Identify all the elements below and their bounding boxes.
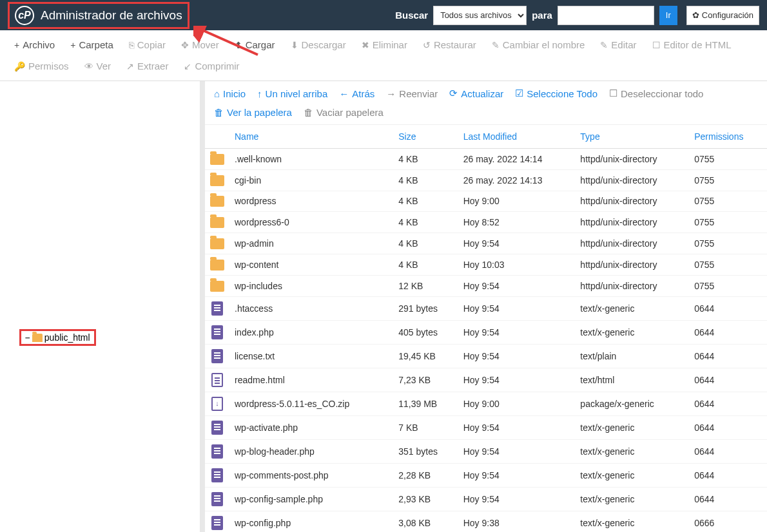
cell-size: 12 KB [393,275,458,296]
cell-name: wordpress6-0 [229,212,393,233]
cell-size: 2,93 KB [393,487,458,511]
cell-name: .well-known [229,149,393,170]
action-icon: 🗑 [304,107,313,118]
col-type[interactable]: Type [575,125,689,149]
action-vaciar-papelera[interactable]: 🗑Vaciar papelera [304,107,384,118]
folder-icon [210,260,224,271]
tree-node-public-html[interactable]: − public_html [19,329,96,346]
action-deseleccionar-todo[interactable]: ☐Deseleccionar todo [609,88,703,99]
action-icon: ☐ [609,88,617,99]
cell-modified: Hoy 9:54 [458,344,576,368]
cell-size: 4 KB [393,233,458,254]
table-row[interactable]: readme.html7,23 KBHoy 9:54text/html0644 [205,368,767,392]
table-row[interactable]: license.txt19,45 KBHoy 9:54text/plain064… [205,344,767,368]
tool-cargar[interactable]: ⬆Cargar [228,35,282,54]
table-row[interactable]: wordpress-5.0.11-es_CO.zip11,39 MBHoy 9:… [205,392,767,415]
cell-size: 4 KB [393,169,458,191]
cell-type: httpd/unix-directory [575,191,689,212]
cell-name: index.php [229,320,393,344]
cell-size: 3,08 KB [393,511,458,532]
cell-perms: 0644 [689,415,767,439]
action-seleccione-todo[interactable]: ☑Seleccione Todo [515,88,597,99]
table-row[interactable]: wp-comments-post.php2,28 KBHoy 9:54text/… [205,463,767,487]
table-row[interactable]: cgi-bin4 KB26 may. 2022 14:13httpd/unix-… [205,169,767,191]
cell-name: wp-config-sample.php [229,487,393,511]
table-row[interactable]: index.php405 bytesHoy 9:54text/x-generic… [205,320,767,344]
search-scope-select[interactable]: Todos sus archivos [433,6,527,25]
table-row[interactable]: wp-blog-header.php351 bytesHoy 9:54text/… [205,439,767,463]
tool-icon: ✎ [492,40,500,50]
folder-icon [210,217,224,228]
cell-perms: 0644 [689,344,767,368]
cpanel-logo-icon: cP [15,6,34,25]
top-bar: cP Administrador de archivos Buscar Todo… [0,0,767,30]
cell-type: text/x-generic [575,320,689,344]
tree-toggle-icon[interactable]: − [25,333,30,343]
gear-icon: ✿ [692,10,699,20]
search-go-button[interactable]: Ir [659,6,677,25]
cell-type: httpd/unix-directory [575,212,689,233]
cell-perms: 0755 [689,169,767,191]
table-row[interactable]: wp-admin4 KBHoy 9:54httpd/unix-directory… [205,233,767,254]
action-reenviar[interactable]: →Reenviar [386,88,438,99]
cell-perms: 0755 [689,233,767,254]
cell-name: wp-content [229,254,393,275]
table-row[interactable]: wordpress6-04 KBHoy 8:52httpd/unix-direc… [205,212,767,233]
tool-icon: ✥ [181,40,189,50]
cell-size: 19,45 KB [393,344,458,368]
cell-modified: Hoy 9:38 [458,511,576,532]
app-title-box: cP Administrador de archivos [8,2,189,29]
table-row[interactable]: wp-includes12 KBHoy 9:54httpd/unix-direc… [205,275,767,296]
table-row[interactable]: wp-config-sample.php2,93 KBHoy 9:54text/… [205,487,767,511]
action-icon: ⌂ [214,88,220,99]
table-row[interactable]: .htaccess291 bytesHoy 9:54text/x-generic… [205,296,767,320]
cell-type: package/x-generic [575,392,689,415]
table-row[interactable]: wordpress4 KBHoy 9:00httpd/unix-director… [205,191,767,212]
action-icon: ↑ [257,88,262,99]
tool-editar: ✎Editar [594,35,643,54]
col-modified[interactable]: Last Modified [458,125,576,149]
table-row[interactable]: wp-activate.php7 KBHoy 9:54text/x-generi… [205,415,767,439]
file-table-wrap[interactable]: Name Size Last Modified Type Permissions… [205,125,767,532]
tool-icon: ↗ [126,61,134,71]
col-icon [205,125,229,149]
file-icon [211,444,223,459]
cell-size: 351 bytes [393,439,458,463]
action-icon: ← [339,88,349,99]
action-ver-la-papelera[interactable]: 🗑Ver la papelera [214,107,292,118]
action-un-nivel-arriba[interactable]: ↑Un nivel arriba [257,88,327,99]
cell-modified: Hoy 9:54 [458,320,576,344]
tool-icon: ✖ [362,40,369,50]
folder-icon [210,281,224,292]
tool-descargar: ⬇Descargar [284,35,353,54]
table-row[interactable]: .well-known4 KB26 may. 2022 14:14httpd/u… [205,149,767,170]
table-row[interactable]: wp-content4 KBHoy 10:03httpd/unix-direct… [205,254,767,275]
cell-type: httpd/unix-directory [575,275,689,296]
action-atrás[interactable]: ←Atrás [339,88,374,99]
tool-comprimir: ↙Comprimir [177,57,246,75]
col-size[interactable]: Size [393,125,458,149]
action-inicio[interactable]: ⌂Inicio [214,88,246,99]
col-name[interactable]: Name [229,125,393,149]
action-actualizar[interactable]: ⟳Actualizar [449,88,503,99]
cell-modified: Hoy 9:54 [458,275,576,296]
config-button[interactable]: ✿ Configuración [686,6,759,25]
tool-archivo[interactable]: +Archivo [8,35,61,54]
main-area: − public_html ⌂Inicio↑Un nivel arriba←At… [0,81,767,532]
tool-icon: ✎ [600,40,608,50]
col-perms[interactable]: Permissions [689,125,767,149]
tool-carpeta[interactable]: +Carpeta [64,35,120,54]
cell-perms: 0755 [689,254,767,275]
sidebar: − public_html [0,81,205,532]
cell-perms: 0755 [689,275,767,296]
table-row[interactable]: wp-config.php3,08 KBHoy 9:38text/x-gener… [205,511,767,532]
search-input[interactable] [558,6,654,25]
search-area: Buscar Todos sus archivos para Ir ✿ Conf… [395,6,759,25]
cell-perms: 0755 [689,149,767,170]
cell-modified: Hoy 9:54 [458,233,576,254]
cell-modified: Hoy 9:54 [458,368,576,392]
cell-type: httpd/unix-directory [575,254,689,275]
tool-icon: ↺ [423,40,431,50]
cell-name: wp-activate.php [229,415,393,439]
cell-modified: Hoy 9:54 [458,487,576,511]
